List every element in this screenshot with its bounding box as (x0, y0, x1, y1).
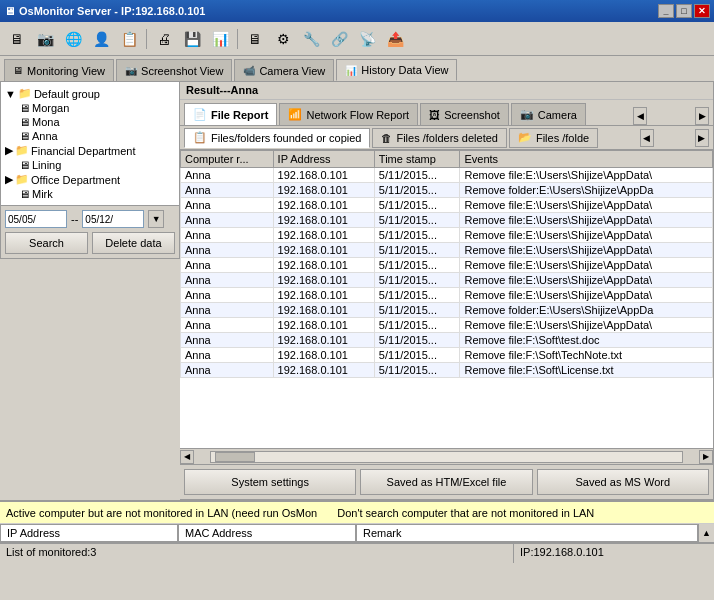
date-separator: -- (71, 213, 78, 225)
sidebar-item-lining[interactable]: 🖥 Lining (5, 158, 175, 172)
folder-icon: 📁 (18, 87, 32, 100)
toolbar-upload-icon[interactable]: 📤 (382, 26, 408, 52)
cell-time: 5/11/2015... (374, 363, 460, 378)
table-hscroll[interactable]: ◀ ▶ (180, 448, 713, 464)
delete-data-button[interactable]: Delete data (92, 232, 175, 254)
tab-bar-1-prev[interactable]: ◀ (633, 107, 647, 125)
toolbar-computer-icon[interactable]: 🖥 (242, 26, 268, 52)
search-button[interactable]: Search (5, 232, 88, 254)
tab-monitoring-view[interactable]: 🖥 Monitoring View (4, 59, 114, 81)
table-row[interactable]: Anna 192.168.0.101 5/11/2015... Remove f… (181, 168, 713, 183)
table-row[interactable]: Anna 192.168.0.101 5/11/2015... Remove f… (181, 258, 713, 273)
hscroll-left-btn[interactable]: ◀ (180, 450, 194, 464)
save-ms-word-button[interactable]: Saved as MS Word (537, 469, 709, 495)
table-row[interactable]: Anna 192.168.0.101 5/11/2015... Remove f… (181, 363, 713, 378)
sidebar-bottom: -- ▼ Search Delete data (0, 206, 180, 259)
tab-bar-2: 📋 Files/folders founded or copied 🗑 File… (180, 126, 713, 150)
hscroll-right-btn[interactable]: ▶ (699, 450, 713, 464)
right-panel: Result---Anna 📄 File Report 📶 Network Fl… (180, 82, 714, 500)
tab-network-flow-report[interactable]: 📶 Network Flow Report (279, 103, 418, 125)
toolbar-print-icon[interactable]: 🖨 (151, 26, 177, 52)
cell-computer: Anna (181, 258, 274, 273)
sidebar-item-anna[interactable]: 🖥 Anna (5, 129, 175, 143)
cell-ip: 192.168.0.101 (273, 258, 374, 273)
data-table-container[interactable]: Computer r... IP Address Time stamp Even… (180, 150, 713, 448)
table-row[interactable]: Anna 192.168.0.101 5/11/2015... Remove f… (181, 333, 713, 348)
cell-computer: Anna (181, 183, 274, 198)
cell-ip: 192.168.0.101 (273, 303, 374, 318)
table-row[interactable]: Anna 192.168.0.101 5/11/2015... Remove f… (181, 318, 713, 333)
cell-computer: Anna (181, 333, 274, 348)
toolbar-network-icon[interactable]: 📡 (354, 26, 380, 52)
history-view-icon: 📊 (345, 65, 357, 76)
status-footer: List of monitored:3 IP:192.168.0.101 (0, 543, 714, 563)
sidebar-item-mona[interactable]: 🖥 Mona (5, 115, 175, 129)
tab-bar-2-next[interactable]: ▶ (695, 129, 709, 147)
sidebar-item-financial-dept[interactable]: ▶ 📁 Financial Department (5, 143, 175, 158)
date-dropdown-btn[interactable]: ▼ (148, 210, 164, 228)
close-button[interactable]: ✕ (694, 4, 710, 18)
cell-computer: Anna (181, 363, 274, 378)
table-row[interactable]: Anna 192.168.0.101 5/11/2015... Remove f… (181, 273, 713, 288)
files-folder-icon: 📂 (518, 131, 532, 144)
cell-time: 5/11/2015... (374, 318, 460, 333)
table-row[interactable]: Anna 192.168.0.101 5/11/2015... Remove f… (181, 243, 713, 258)
tab-files-founded[interactable]: 📋 Files/folders founded or copied (184, 128, 370, 148)
sidebar-item-mirk[interactable]: 🖥 Mirk (5, 187, 175, 201)
tree-expand-icon: ▶ (5, 173, 13, 186)
toolbar-chart-icon[interactable]: 📊 (207, 26, 233, 52)
sidebar-item-office-dept[interactable]: ▶ 📁 Office Department (5, 172, 175, 187)
table-row[interactable]: Anna 192.168.0.101 5/11/2015... Remove f… (181, 198, 713, 213)
sidebar-item-default-group[interactable]: ▼ 📁 Default group (5, 86, 175, 101)
toolbar-settings-icon[interactable]: ⚙ (270, 26, 296, 52)
tab-files-folder[interactable]: 📂 Files /folde (509, 128, 598, 148)
system-settings-button[interactable]: System settings (184, 469, 356, 495)
tab-screenshot-view[interactable]: 📷 Screenshot View (116, 59, 232, 81)
toolbar-folder-icon[interactable]: 👤 (88, 26, 114, 52)
tab-screenshot[interactable]: 🖼 Screenshot (420, 103, 509, 125)
sidebar-item-label: Default group (34, 88, 100, 100)
sidebar-item-morgan[interactable]: 🖥 Morgan (5, 101, 175, 115)
title-bar-left: 🖥 OsMonitor Server - IP:192.168.0.101 (4, 5, 205, 17)
screenshot-view-icon: 📷 (125, 65, 137, 76)
toolbar-camera-icon[interactable]: 📷 (32, 26, 58, 52)
tab-bar-1-next[interactable]: ▶ (695, 107, 709, 125)
tab-file-report[interactable]: 📄 File Report (184, 103, 277, 125)
table-row[interactable]: Anna 192.168.0.101 5/11/2015... Remove f… (181, 213, 713, 228)
cell-computer: Anna (181, 273, 274, 288)
toolbar-link-icon[interactable]: 🔗 (326, 26, 352, 52)
table-row[interactable]: Anna 192.168.0.101 5/11/2015... Remove f… (181, 348, 713, 363)
result-label: Result---Anna (180, 82, 713, 100)
cell-event: Remove folder:E:\Users\Shijize\AppDa (460, 183, 713, 198)
minimize-button[interactable]: _ (658, 4, 674, 18)
table-row[interactable]: Anna 192.168.0.101 5/11/2015... Remove f… (181, 183, 713, 198)
sidebar-item-label: Mirk (32, 188, 53, 200)
table-row[interactable]: Anna 192.168.0.101 5/11/2015... Remove f… (181, 288, 713, 303)
cell-time: 5/11/2015... (374, 348, 460, 363)
maximize-button[interactable]: □ (676, 4, 692, 18)
computer-icon: 🖥 (19, 130, 30, 142)
tab-camera[interactable]: 📷 Camera (511, 103, 586, 125)
status-table-row: IP Address MAC Address Remark ▲ (0, 524, 714, 543)
status-ip-display: IP:192.168.0.101 (514, 544, 714, 563)
sidebar-item-label: Financial Department (31, 145, 136, 157)
save-htm-excel-button[interactable]: Saved as HTM/Excel file (360, 469, 532, 495)
toolbar-video-icon[interactable]: 🌐 (60, 26, 86, 52)
table-row[interactable]: Anna 192.168.0.101 5/11/2015... Remove f… (181, 228, 713, 243)
tab-camera-view[interactable]: 📹 Camera View (234, 59, 334, 81)
toolbar-clipboard-icon[interactable]: 📋 (116, 26, 142, 52)
date-from-input[interactable] (5, 210, 67, 228)
tab-history-data-view[interactable]: 📊 History Data View (336, 59, 457, 81)
tab-bar-2-prev[interactable]: ◀ (640, 129, 654, 147)
table-row[interactable]: Anna 192.168.0.101 5/11/2015... Remove f… (181, 303, 713, 318)
toolbar-save-icon[interactable]: 💾 (179, 26, 205, 52)
toolbar-monitor-icon[interactable]: 🖥 (4, 26, 30, 52)
date-to-input[interactable] (82, 210, 144, 228)
toolbar: 🖥 📷 🌐 👤 📋 🖨 💾 📊 🖥 ⚙ 🔧 🔗 📡 📤 (0, 22, 714, 56)
status-scroll-btn[interactable]: ▲ (698, 524, 714, 542)
cell-event: Remove file:E:\Users\Shijize\AppData\ (460, 168, 713, 183)
cell-ip: 192.168.0.101 (273, 213, 374, 228)
tab-files-deleted[interactable]: 🗑 Files /folders deleted (372, 128, 507, 148)
toolbar-tools-icon[interactable]: 🔧 (298, 26, 324, 52)
cell-time: 5/11/2015... (374, 228, 460, 243)
